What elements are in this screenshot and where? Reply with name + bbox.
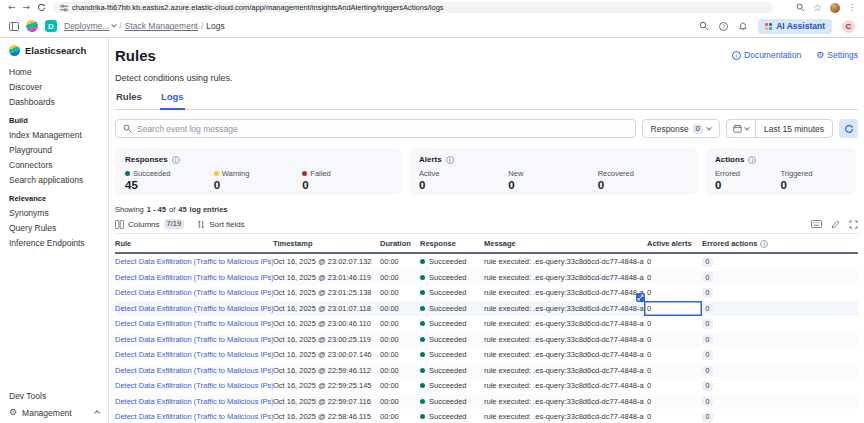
sidebar-item-search-applications[interactable]: Search applications — [0, 172, 108, 187]
zoom-icon[interactable] — [796, 3, 805, 12]
refresh-button[interactable] — [839, 119, 858, 138]
forward-icon[interactable]: → — [23, 3, 31, 12]
browser-profile-avatar[interactable] — [830, 3, 840, 13]
sort-fields-label: Sort fields — [209, 220, 245, 229]
cell-expand-button[interactable] — [636, 293, 645, 302]
bookmark-star-icon[interactable]: ☆ — [813, 3, 822, 13]
chevron-down-icon — [706, 124, 712, 130]
column-header-timestamp[interactable]: Timestamp — [273, 239, 380, 248]
column-header-label: Message — [484, 239, 516, 248]
tune-icon[interactable] — [60, 4, 68, 12]
message-cell: rule executed: .es-query:33c8d6cd-dc77-4… — [484, 319, 644, 328]
back-icon[interactable]: ← — [8, 3, 16, 12]
sidebar-item-home[interactable]: Home — [0, 64, 108, 79]
stat-label: Triggered — [781, 169, 847, 178]
sidebar-item-synonyms[interactable]: Synonyms — [0, 205, 108, 220]
errored-actions-cell: 0 — [702, 319, 788, 329]
tab-logs[interactable]: Logs — [160, 91, 185, 110]
elastic-logo[interactable] — [26, 20, 38, 32]
reload-icon[interactable] — [37, 3, 46, 12]
sidebar-item-index-management[interactable]: Index Management — [0, 127, 108, 142]
sort-fields-button[interactable]: Sort fields — [197, 220, 245, 229]
search-input[interactable]: Search event log message — [115, 119, 636, 138]
display-options-icon[interactable] — [831, 220, 840, 229]
column-header-errored-actions[interactable]: Errored actionsi — [702, 239, 788, 248]
column-header-active-alerts[interactable]: Active alerts — [644, 239, 702, 248]
help-icon[interactable]: ? — [719, 22, 728, 31]
success-dot-icon — [420, 368, 425, 373]
success-dot-icon — [420, 321, 425, 326]
dev-tools-label: Dev Tools — [9, 391, 46, 401]
browser-menu-icon[interactable]: ⋮ — [848, 4, 856, 12]
active-alerts-cell: 0 — [644, 412, 702, 421]
columns-icon — [115, 220, 124, 229]
breadcrumb-deployme[interactable]: Deployme... — [64, 21, 116, 31]
deployment-badge[interactable]: D — [45, 20, 57, 32]
time-range-button[interactable]: Last 15 minutes — [756, 124, 832, 134]
response-cell: Succeeded — [420, 381, 484, 390]
address-bar[interactable]: chandrika-fb67bb.kb.eastus2.azure.elasti… — [53, 2, 773, 13]
sidebar-item-dev-tools[interactable]: Dev Tools — [0, 387, 108, 404]
rule-cell: Detect Data Exfiltration (Traffic to Mal… — [115, 257, 273, 266]
active-alerts-cell[interactable]: 0 — [644, 301, 702, 317]
columns-label: Columns — [128, 220, 160, 229]
sidebar-item-query-rules[interactable]: Query Rules — [0, 220, 108, 235]
column-header-response[interactable]: Response — [420, 239, 484, 248]
user-avatar[interactable]: C — [842, 20, 855, 33]
sidebar-item-connectors[interactable]: Connectors — [0, 157, 108, 172]
url-text: chandrika-fb67bb.kb.eastus2.azure.elasti… — [72, 3, 443, 12]
success-dot-icon — [420, 259, 425, 264]
success-dot-icon — [420, 352, 425, 357]
sidebar-item-dashboards[interactable]: Dashboards — [0, 94, 108, 109]
response-cell: Succeeded — [420, 273, 484, 282]
rule-link[interactable]: Detect Data Exfiltration (Traffic to Mal… — [115, 304, 273, 313]
sidebar-item-management[interactable]: ⚙ Management — [0, 404, 108, 421]
column-header-duration[interactable]: Duration — [380, 239, 420, 248]
column-header-rule[interactable]: Rule — [115, 239, 273, 248]
sidebar-item-inference-endpoints[interactable]: Inference Endpoints — [0, 235, 108, 250]
settings-link[interactable]: ⚙ Settings — [816, 50, 858, 60]
rule-link[interactable]: Detect Data Exfiltration (Traffic to Mal… — [115, 335, 273, 344]
duration-cell: 00:00 — [380, 304, 420, 313]
documentation-link[interactable]: i Documentation — [732, 50, 801, 60]
rule-link[interactable]: Detect Data Exfiltration (Traffic to Mal… — [115, 366, 273, 375]
rule-link[interactable]: Detect Data Exfiltration (Traffic to Mal… — [115, 319, 273, 328]
columns-button[interactable]: Columns 7/19 — [115, 219, 184, 229]
stat-label: Warning — [214, 169, 303, 178]
ai-assistant-label: AI Assistant — [776, 21, 825, 31]
timestamp-cell: Oct 16, 2025 @ 23:01:46.119 — [273, 273, 380, 282]
fullscreen-icon[interactable] — [849, 220, 858, 229]
documentation-label: Documentation — [744, 50, 801, 60]
column-header-message[interactable]: Message — [484, 239, 644, 248]
sidebar-item-discover[interactable]: Discover — [0, 79, 108, 94]
message-cell: rule executed: .es-query:33c8d6cd-dc77-4… — [484, 412, 644, 421]
timestamp-cell: Oct 16, 2025 @ 23:02:07.132 — [273, 257, 380, 266]
rule-link[interactable]: Detect Data Exfiltration (Traffic to Mal… — [115, 381, 273, 390]
errored-actions-cell: 0 — [702, 350, 788, 360]
rule-link[interactable]: Detect Data Exfiltration (Traffic to Mal… — [115, 273, 273, 282]
rule-link[interactable]: Detect Data Exfiltration (Traffic to Mal… — [115, 257, 273, 266]
keyboard-shortcuts-icon[interactable] — [811, 220, 822, 228]
response-label: Succeeded — [429, 257, 467, 266]
nav-collapse-icon[interactable] — [9, 22, 19, 31]
search-icon[interactable] — [699, 21, 709, 31]
breadcrumb-stack-management[interactable]: Stack Management — [125, 21, 198, 31]
sidebar: Elasticsearch HomeDiscoverDashboardsBuil… — [0, 38, 109, 423]
rule-link[interactable]: Detect Data Exfiltration (Traffic to Mal… — [115, 397, 273, 406]
table-row: Detect Data Exfiltration (Traffic to Mal… — [115, 316, 858, 332]
rule-link[interactable]: Detect Data Exfiltration (Traffic to Mal… — [115, 350, 273, 359]
response-filter-button[interactable]: Response 0 — [642, 119, 720, 138]
ai-assistant-button[interactable]: AI Assistant — [758, 19, 832, 34]
notifications-bell-icon[interactable] — [738, 21, 748, 31]
stat-label: New — [508, 169, 597, 178]
table-row: Detect Data Exfiltration (Traffic to Mal… — [115, 270, 858, 286]
errored-actions-cell: 0 — [702, 257, 788, 267]
response-cell: Succeeded — [420, 397, 484, 406]
calendar-menu-button[interactable] — [727, 120, 756, 137]
tab-rules[interactable]: Rules — [115, 91, 143, 109]
rule-link[interactable]: Detect Data Exfiltration (Traffic to Mal… — [115, 288, 273, 297]
rule-link[interactable]: Detect Data Exfiltration (Traffic to Mal… — [115, 412, 273, 421]
sidebar-item-playground[interactable]: Playground — [0, 142, 108, 157]
response-label: Succeeded — [429, 304, 467, 313]
message-cell: rule executed: .es-query:33c8d6cd-dc77-4… — [484, 335, 644, 344]
